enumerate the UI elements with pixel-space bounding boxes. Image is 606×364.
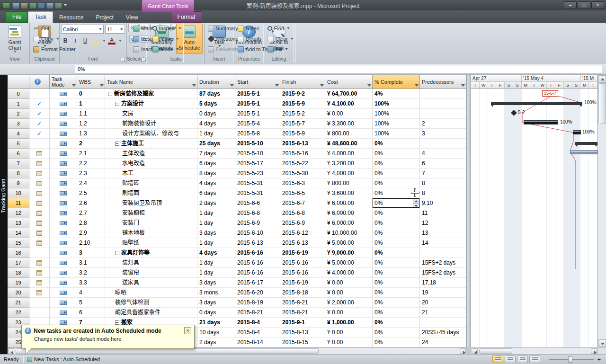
row-number[interactable]: 16 bbox=[8, 248, 29, 258]
task-name-cell[interactable]: 新房装修及搬家 bbox=[105, 89, 197, 99]
task-mode-cell[interactable] bbox=[50, 218, 77, 228]
wbs-cell[interactable]: 2.4 bbox=[77, 178, 105, 188]
duration-cell[interactable]: 3 days bbox=[197, 278, 235, 288]
start-cell[interactable]: 2015-5-1 bbox=[235, 89, 280, 99]
row-number[interactable]: 8 bbox=[8, 169, 29, 178]
predecessors-cell[interactable]: 3 bbox=[420, 129, 466, 139]
vertical-scroll-thumb[interactable] bbox=[598, 83, 606, 124]
cost-cell[interactable]: ¥ 4,000.00 bbox=[325, 169, 373, 178]
wbs-cell[interactable]: 2.1 bbox=[77, 149, 105, 159]
table-chart-splitter[interactable] bbox=[466, 75, 471, 347]
task-mode-cell[interactable] bbox=[50, 298, 77, 308]
row-number[interactable]: 21 bbox=[8, 298, 29, 308]
duration-cell[interactable]: 5 days bbox=[197, 99, 235, 109]
duration-cell[interactable]: 6 days bbox=[197, 159, 235, 169]
duration-cell[interactable]: 1 day bbox=[197, 268, 235, 278]
cost-cell[interactable]: ¥ 0.00 bbox=[325, 328, 373, 337]
cost-cell[interactable]: ¥ 0.00 bbox=[325, 109, 373, 119]
cost-cell[interactable]: ¥ 4,000.00 bbox=[325, 149, 373, 159]
duration-cell[interactable]: 87 days bbox=[197, 89, 235, 99]
cost-cell[interactable]: ¥ 4,000.00 bbox=[325, 268, 373, 278]
finish-cell[interactable]: 2015-6-16 bbox=[280, 268, 325, 278]
tab-project[interactable]: Project bbox=[89, 12, 119, 23]
info-cell[interactable] bbox=[29, 298, 50, 308]
wbs-cell[interactable]: 3.1 bbox=[77, 258, 105, 268]
cost-cell[interactable]: ¥ 4,100.00 bbox=[325, 99, 373, 109]
start-cell[interactable]: 2015-6-6 bbox=[235, 198, 280, 208]
duration-cell[interactable]: 3 days bbox=[197, 298, 235, 308]
wbs-cell[interactable]: 1.3 bbox=[77, 129, 105, 139]
percent-complete-cell[interactable]: 0% bbox=[373, 298, 420, 308]
wbs-cell[interactable]: 3.2 bbox=[77, 268, 105, 278]
task-mode-cell[interactable] bbox=[50, 109, 77, 119]
cost-cell[interactable]: ¥ 64,700.00 bbox=[325, 89, 373, 99]
row-number[interactable]: 5 bbox=[8, 139, 29, 149]
task-name-cell[interactable]: 铺木地板 bbox=[105, 228, 197, 238]
cost-cell[interactable]: ¥ 6,000.00 bbox=[325, 218, 373, 228]
wbs-cell[interactable]: 2.6 bbox=[77, 198, 105, 208]
start-cell[interactable]: 2015-6-16 bbox=[235, 268, 280, 278]
fill-button[interactable]: Fill bbox=[266, 44, 295, 54]
percent-complete-cell[interactable]: 0% bbox=[373, 159, 420, 169]
cost-cell[interactable]: ¥ 0.00 bbox=[325, 308, 373, 318]
info-cell[interactable] bbox=[29, 228, 50, 238]
percent-complete-cell[interactable]: 0% bbox=[373, 288, 420, 298]
percent-complete-cell[interactable]: 100% bbox=[373, 109, 420, 119]
info-cell[interactable] bbox=[29, 208, 50, 218]
column-header-cost[interactable]: Cost bbox=[325, 75, 373, 89]
info-cell[interactable] bbox=[29, 119, 50, 129]
filter-caret-icon[interactable] bbox=[415, 84, 419, 87]
start-cell[interactable]: 2015-6-8 bbox=[235, 208, 280, 218]
duration-cell[interactable]: 3 days bbox=[197, 228, 235, 238]
tab-resource[interactable]: Resource bbox=[53, 12, 89, 23]
start-cell[interactable]: 2015-8-4 bbox=[235, 318, 280, 328]
info-cell[interactable] bbox=[29, 139, 50, 149]
percent-complete-cell[interactable]: 0% bbox=[373, 218, 420, 228]
task-name-cell[interactable]: 装修气体检测 bbox=[105, 298, 197, 308]
start-cell[interactable]: 2015-6-16 bbox=[235, 258, 280, 268]
info-cell[interactable] bbox=[29, 238, 50, 248]
finish-cell[interactable]: 2015-6-13 bbox=[280, 139, 325, 149]
column-header-finish[interactable]: Finish bbox=[280, 75, 325, 89]
font-dialog-launcher-icon[interactable] bbox=[121, 58, 125, 62]
percent-complete-cell[interactable]: 0% bbox=[373, 278, 420, 288]
finish-cell[interactable]: 2015-6-7 bbox=[280, 198, 325, 208]
wbs-cell[interactable]: 2.10 bbox=[77, 238, 105, 248]
filter-caret-icon[interactable] bbox=[320, 84, 324, 87]
percent-complete-cell[interactable]: 0% bbox=[373, 268, 420, 278]
predecessors-cell[interactable]: 15FS+2 days bbox=[420, 258, 466, 268]
percent-complete-editor[interactable]: 0% bbox=[373, 198, 419, 208]
cost-cell[interactable]: ¥ 0.00 bbox=[325, 278, 373, 288]
row-number[interactable]: 4 bbox=[8, 129, 29, 139]
row-number[interactable]: 18 bbox=[8, 268, 29, 278]
info-cell[interactable] bbox=[29, 218, 50, 228]
cost-cell[interactable]: ¥ 5,000.00 bbox=[325, 258, 373, 268]
info-cell[interactable] bbox=[29, 198, 50, 208]
scroll-right-icon[interactable] bbox=[460, 348, 466, 354]
mode-button[interactable]: Mode bbox=[151, 44, 183, 54]
wbs-cell[interactable]: 2.5 bbox=[77, 188, 105, 198]
wbs-cell[interactable]: 2.9 bbox=[77, 228, 105, 238]
clear-button[interactable]: Clear bbox=[266, 34, 295, 44]
zoom-slider[interactable] bbox=[549, 359, 594, 360]
percent-complete-cell[interactable]: 0% bbox=[373, 228, 420, 238]
start-cell[interactable]: 2015-5-1 bbox=[235, 109, 280, 119]
task-mode-cell[interactable] bbox=[50, 169, 77, 178]
finish-cell[interactable]: 2015-6-13 bbox=[280, 238, 325, 248]
wbs-cell[interactable]: 3 bbox=[77, 248, 105, 258]
row-number[interactable]: 10 bbox=[8, 188, 29, 198]
duration-cell[interactable]: 25 days bbox=[197, 139, 235, 149]
info-cell[interactable] bbox=[29, 288, 50, 298]
finish-cell[interactable]: 2015-6-12 bbox=[280, 228, 325, 238]
wbs-cell[interactable]: 2.7 bbox=[77, 208, 105, 218]
percent-complete-cell[interactable]: 100% bbox=[373, 99, 420, 109]
task-mode-cell[interactable] bbox=[50, 308, 77, 318]
info-cell[interactable] bbox=[29, 89, 50, 99]
zoom-out-button[interactable]: – bbox=[542, 356, 548, 363]
wbs-cell[interactable]: 2.2 bbox=[77, 159, 105, 169]
task-mode-cell[interactable] bbox=[50, 89, 77, 99]
wbs-cell[interactable]: 0 bbox=[77, 89, 105, 99]
row-number[interactable]: 6 bbox=[8, 149, 29, 159]
finish-cell[interactable]: 2015-6-19 bbox=[280, 278, 325, 288]
start-cell[interactable]: 2015-6-13 bbox=[235, 238, 280, 248]
